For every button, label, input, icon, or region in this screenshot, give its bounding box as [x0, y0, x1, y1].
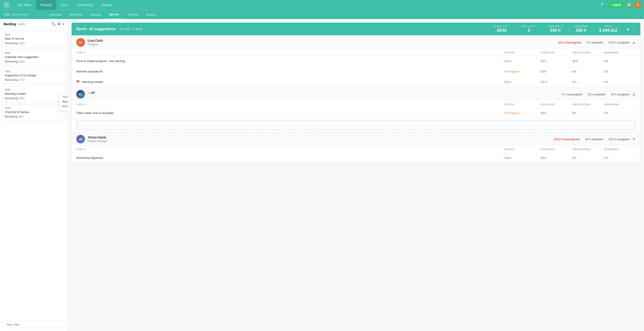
avatar-cloud: CL [76, 90, 85, 98]
person-header-jenna: JH Jenna Hayle Project Manager 10,5 h un… [72, 132, 640, 146]
task-card[interactable]: T231 Happiness UX & Design Remaining: 17… [2, 68, 66, 84]
task-row[interactable]: 🚩 Warning modals Done 2,5 h 3 h 0 h [72, 77, 640, 87]
task-row[interactable]: Tailor made chat to all pages In Progres… [72, 108, 640, 118]
nav-item-my-tasks[interactable]: My Tasks [14, 0, 36, 10]
sprint-body: LC Lisa Clark Designer 10 h unassigned 0… [72, 35, 640, 163]
sidebar-collapse-icon[interactable]: ◂ [62, 22, 64, 26]
sprint-header-actions: ▲ ⋮ [626, 26, 636, 32]
price-stat: PRICE $ 244.312 [594, 25, 623, 33]
collapse-lisa[interactable]: ▲ [632, 40, 636, 44]
nav-item-projects[interactable]: Projects [36, 0, 56, 10]
person-section-cloud: CL …ud … 0 h unassigned 13 h available 1… [72, 87, 640, 132]
sub-nav-item-timeline[interactable]: Timeline [123, 10, 142, 19]
more-icon[interactable]: ⋮ [633, 12, 644, 17]
collapse-jenna[interactable]: ▼ [632, 137, 636, 141]
task-row[interactable]: Workshop alignment Done 10 h 8 h 2 h [72, 153, 640, 163]
sub-nav-item-budget[interactable]: Budget [142, 10, 160, 19]
task-card[interactable]: T231 Warning modals Remaining: 25 h [2, 86, 66, 102]
sprint-stats: TASKS LEFT T 26/32 DAYS LEFT T 2 FORECAS… [488, 25, 623, 33]
task-card[interactable]: T231 Chat Bot & Names Remaining: 8 h [2, 104, 66, 121]
sprint-date: 18. FEB - 2. MAR [120, 28, 142, 31]
person-stats-cloud: 0 h unassigned 13 h available 16 h assig… [562, 93, 629, 96]
person-info-lisa: Lisa Clark Designer [88, 39, 103, 46]
tasks-left-stat: TASKS LEFT T 26/32 [488, 25, 516, 33]
forecast-stat: FORECAST T 250 h [542, 25, 568, 33]
task-tooltip: T231 Revisit copy for website... Remaini… [59, 92, 68, 111]
task-row[interactable]: Done & Halted projects - text warning Do… [72, 56, 640, 66]
person-section-lisa: LC Lisa Clark Designer 10 h unassigned 0… [72, 35, 640, 87]
sidebar-search-icon[interactable]: 🔍 [51, 22, 56, 26]
sprint-title: Sprint - AI suggestions [76, 27, 116, 31]
person-section-jenna: JH Jenna Hayle Project Manager 10,5 h un… [72, 132, 640, 163]
new-task-input[interactable] [4, 321, 64, 328]
person-header-cloud: CL …ud … 0 h unassigned 13 h available 1… [72, 87, 640, 101]
project-label: P55 New Website [0, 13, 45, 16]
collapse-sprint-icon[interactable]: ▲ [626, 27, 630, 31]
sidebar: Backlog (444) 🔍 ⊞ ◂ T231 New UI roll out… [0, 19, 68, 331]
app-logo: ? [3, 1, 10, 8]
sprint-header: Sprint - AI suggestions 18. FEB - 2. MAR… [72, 23, 640, 35]
search-icon[interactable]: 🔍 [600, 2, 606, 8]
nav-item-scheduling[interactable]: Scheduling [72, 0, 97, 10]
task-table-header-lisa: TASK S STATUS FORECAST TIME ENTRIES REMA… [72, 50, 640, 56]
remaining-stat: REMAINING 250 h [568, 25, 594, 33]
main-layout: Backlog (444) 🔍 ⊞ ◂ T231 New UI roll out… [0, 19, 644, 331]
sidebar-header: Backlog (444) 🔍 ⊞ ◂ [0, 19, 68, 29]
task-table-header-jenna: TASK S STATUS FORECAST TIME ENTRIES REMA… [72, 146, 640, 153]
sidebar-footer [0, 318, 68, 331]
backlog-title: Backlog (444) [4, 22, 25, 26]
drop-zone[interactable] [76, 120, 636, 130]
collapse-cloud[interactable]: ▲ [632, 92, 636, 96]
task-row[interactable]: Website template fix In Progress 10 h 8 … [72, 66, 640, 77]
nav-items: My TasksProjectsTimeSchedulingReports [14, 0, 600, 10]
nav-right: 🔍 + NEW 🔔 U [600, 2, 641, 8]
person-info-cloud: …ud … [88, 90, 95, 98]
avatar-lisa: LC [76, 38, 85, 47]
person-stats-lisa: 10 h unassigned 0 h available 24,5 h ass… [558, 41, 629, 44]
days-left-stat: DAYS LEFT T 2 [516, 25, 542, 33]
sidebar-icons: 🔍 ⊞ ◂ [51, 22, 64, 26]
person-info-jenna: Jenna Hayle Project Manager [88, 136, 108, 143]
sub-nav-items: OverviewWorkflowScopingSprintsTimelineBu… [45, 10, 633, 19]
sub-nav-item-scoping[interactable]: Scoping [86, 10, 105, 19]
sub-navigation: P55 New Website OverviewWorkflowScopingS… [0, 10, 644, 19]
flag-icon: 🚩 [76, 80, 80, 84]
top-navigation: ? My TasksProjectsTimeSchedulingReports … [0, 0, 644, 10]
avatar[interactable]: U [634, 2, 641, 8]
sidebar-tasks: T231 New UI roll out Remaining: 12 h T23… [0, 29, 68, 318]
sub-nav-item-sprints[interactable]: Sprints [105, 10, 123, 19]
new-button[interactable]: + NEW [608, 2, 624, 8]
bell-icon[interactable]: 🔔 [627, 2, 632, 8]
task-table-header-cloud: TASK S STATUS FORECAST TIME ENTRIES REMA… [72, 101, 640, 108]
avatar-jenna: JH [76, 135, 85, 144]
sidebar-filter-icon[interactable]: ⊞ [58, 22, 60, 26]
sub-nav-item-overview[interactable]: Overview [45, 10, 66, 19]
nav-item-time[interactable]: Time [56, 0, 72, 10]
more-sprint-icon[interactable]: ⋮ [632, 26, 636, 32]
nav-item-reports[interactable]: Reports [97, 0, 117, 10]
sub-nav-item-workflow[interactable]: Workflow [66, 10, 86, 19]
person-stats-jenna: 10,5 h unassigned 40 h available 29,5 h … [554, 138, 629, 141]
task-card[interactable]: T231 Calendar view suggestion Remaining:… [2, 49, 66, 66]
person-header-lisa: LC Lisa Clark Designer 10 h unassigned 0… [72, 35, 640, 50]
main-content: Sprint - AI suggestions 18. FEB - 2. MAR… [68, 19, 644, 331]
task-card[interactable]: T231 New UI roll out Remaining: 12 h [2, 31, 66, 47]
